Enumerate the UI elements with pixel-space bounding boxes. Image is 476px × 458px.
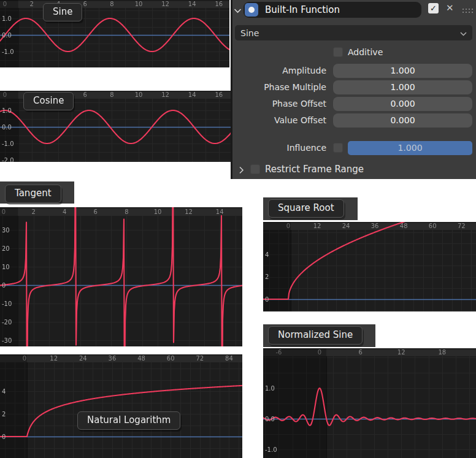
cosine-graph-label: Cosine <box>23 92 74 110</box>
restrict-frame-range-checkbox[interactable] <box>250 164 260 174</box>
square-root-graph-label: Square Root <box>268 199 344 218</box>
phase-offset-row: Phase Offset 0.000 <box>232 97 474 111</box>
function-type-value: Sine <box>240 28 259 38</box>
phase-multiple-value: 1.000 <box>390 82 415 92</box>
normalized-sine-graph[interactable] <box>263 348 476 458</box>
value-offset-row: Value Offset 0.000 <box>232 113 474 128</box>
sine-graph-canvas[interactable] <box>0 0 229 67</box>
phase-multiple-row: Phase Multiple 1.000 <box>232 80 474 94</box>
modifier-enable-checkbox[interactable]: ✓ <box>428 3 439 13</box>
tangent-graph-canvas[interactable] <box>0 207 242 346</box>
value-offset-field[interactable]: 0.000 <box>333 113 472 128</box>
phase-offset-label: Phase Offset <box>232 99 326 109</box>
modifier-delete-close-icon[interactable]: ✕ <box>446 3 454 13</box>
natural-logarithm-graph[interactable] <box>0 354 242 458</box>
influence-row: Influence 1.000 <box>232 141 474 155</box>
dropdown-chevron-down-icon <box>460 28 467 38</box>
influence-checkbox[interactable] <box>333 143 343 153</box>
amplitude-row: Amplitude 1.000 <box>232 64 474 78</box>
influence-slider[interactable]: 1.000 <box>348 141 472 155</box>
built-in-function-panel: Built-In Function ✓ ✕ Sine Additive Amp <box>231 0 476 179</box>
panel-collapse-chevron-down-icon[interactable] <box>234 6 242 15</box>
restrict-frame-range-label: Restrict Frame Range <box>265 164 364 175</box>
phase-offset-field[interactable]: 0.000 <box>333 97 472 111</box>
phase-offset-value: 0.000 <box>390 99 415 109</box>
additive-checkbox[interactable] <box>333 47 343 57</box>
amplitude-value: 1.000 <box>390 66 415 75</box>
restrict-chevron-right-icon[interactable] <box>239 166 244 176</box>
modifier-name-field[interactable]: Built-In Function <box>244 2 421 18</box>
amplitude-field[interactable]: 1.000 <box>333 64 472 78</box>
sine-graph-label: Sine <box>43 3 82 21</box>
natural-logarithm-graph-canvas[interactable] <box>0 354 242 458</box>
square-root-graph[interactable] <box>263 222 476 311</box>
value-offset-value: 0.000 <box>390 115 415 125</box>
influence-label: Influence <box>232 143 326 153</box>
additive-label: Additive <box>348 47 383 57</box>
restrict-frame-range-row[interactable]: Restrict Frame Range <box>232 163 474 177</box>
function-type-dropdown[interactable]: Sine <box>235 25 472 40</box>
tangent-graph-label: Tangent <box>5 185 61 203</box>
sine-graph[interactable] <box>0 0 229 67</box>
normalized-sine-graph-canvas[interactable] <box>263 348 476 458</box>
modifier-drag-dots-icon[interactable] <box>462 6 473 15</box>
phase-multiple-label: Phase Multiple <box>232 82 326 92</box>
value-offset-label: Value Offset <box>232 115 326 125</box>
blender-screenshot-collage: Sine Cosine Tangent Square Root Natural … <box>0 0 476 458</box>
amplitude-label: Amplitude <box>232 66 326 75</box>
tangent-graph[interactable] <box>0 207 242 346</box>
square-root-graph-canvas[interactable] <box>263 222 476 311</box>
normalized-sine-graph-label: Normalized Sine <box>268 326 363 345</box>
modifier-icon <box>245 3 258 17</box>
phase-multiple-field[interactable]: 1.000 <box>333 80 472 94</box>
influence-value: 1.000 <box>397 143 422 153</box>
natural-logarithm-graph-label: Natural Logarithm <box>77 411 180 430</box>
modifier-name-text: Built-In Function <box>265 4 340 15</box>
